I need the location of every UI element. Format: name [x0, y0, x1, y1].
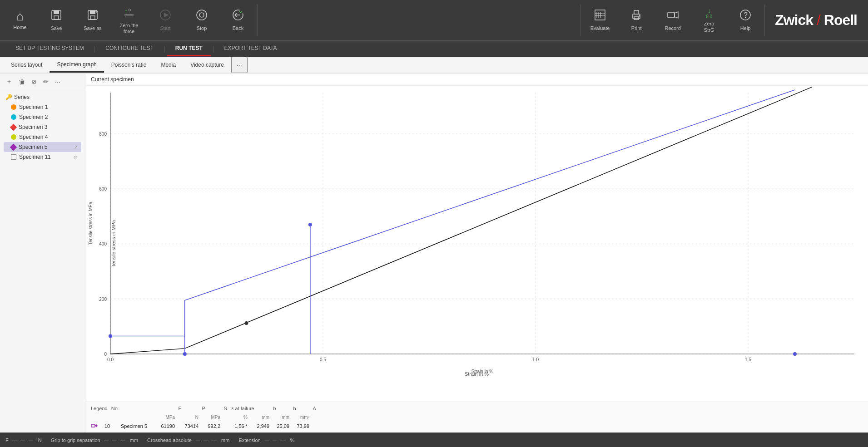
- sidebar-item-specimen-5[interactable]: Specimen 5 ↗: [4, 142, 81, 152]
- svg-text:0: 0: [129, 8, 131, 12]
- col-p: P: [184, 405, 207, 412]
- zero-strg-icon: ↓ 0.0: [706, 7, 712, 19]
- svg-rect-27: [668, 12, 675, 18]
- tab-export[interactable]: EXPORT TEST DATA: [216, 41, 285, 56]
- chart-svg: 0.00.51.01.50200400600800Tensile stress …: [85, 86, 868, 377]
- col-a: A: [298, 405, 318, 412]
- toolbar: ⌂ Home Save + Save as ↑ 0 ↕ Zero the for…: [0, 0, 868, 41]
- sidebar: ＋ 🗑 ⊘ ✏ ··· 🔑 Series Specimen 1 Specimen…: [0, 74, 85, 432]
- table-row-0[interactable]: 10 Specimen 5 61190 73414 992,2 1,56 * 2…: [89, 422, 864, 431]
- zero-strg-button[interactable]: ↓ 0.0 Zero StrG: [691, 1, 727, 39]
- evaluate-icon: [594, 9, 606, 24]
- key-icon: 🔑: [5, 94, 12, 100]
- sidebar-item-specimen-11[interactable]: Specimen 11 ◎: [4, 152, 81, 162]
- status-extension: Extension — — — %: [238, 437, 294, 443]
- specimen-5-color: [10, 143, 17, 151]
- svg-point-56: [245, 321, 248, 325]
- svg-rect-17: [595, 10, 605, 20]
- edit-button[interactable]: ✏: [41, 77, 51, 87]
- svg-text:?: ?: [744, 11, 748, 19]
- save-as-button[interactable]: + Save as: [74, 1, 111, 39]
- sidebar-item-specimen-2[interactable]: Specimen 2: [4, 112, 81, 122]
- back-button[interactable]: Back: [220, 1, 256, 39]
- content-area: ＋ 🗑 ⊘ ✏ ··· 🔑 Series Specimen 1 Specimen…: [0, 74, 868, 432]
- sidebar-item-specimen-3[interactable]: Specimen 3: [4, 122, 81, 132]
- sidebar-more-button[interactable]: ···: [53, 77, 63, 87]
- sidebar-item-specimen-4[interactable]: Specimen 4: [4, 132, 81, 142]
- svg-rect-1: [54, 10, 59, 14]
- svg-text:1.5: 1.5: [745, 357, 751, 362]
- sidebar-group-label[interactable]: 🔑 Series: [4, 92, 81, 102]
- svg-marker-28: [675, 12, 678, 18]
- svg-text:+: +: [95, 9, 98, 14]
- tab-media[interactable]: Media: [154, 58, 183, 72]
- add-button[interactable]: ＋: [4, 76, 15, 87]
- tab-poissons[interactable]: Poisson's ratio: [104, 58, 154, 72]
- stop-icon: [195, 9, 208, 24]
- tab-specimen-graph[interactable]: Specimen graph: [50, 58, 104, 73]
- print-icon: [630, 9, 643, 24]
- graph-header: Current specimen: [85, 74, 868, 86]
- svg-text:↕: ↕: [125, 15, 127, 19]
- specimen-4-color: [11, 134, 16, 140]
- evaluate-button[interactable]: Evaluate: [582, 1, 618, 39]
- start-icon: [159, 9, 172, 24]
- col-h: h: [256, 405, 278, 412]
- col-s: S: [207, 405, 229, 412]
- col-name: [126, 405, 160, 412]
- tab-series-layout[interactable]: Series layout: [4, 58, 50, 72]
- table-header: Legend No. E P S ε at failure h b A: [89, 404, 864, 413]
- main-content: Current specimen 0.00.51.01.502004006008…: [85, 74, 868, 432]
- print-button[interactable]: Print: [618, 1, 655, 39]
- svg-point-26: [639, 15, 640, 17]
- nav-sep-3: |: [211, 45, 216, 53]
- svg-text:1.0: 1.0: [532, 357, 539, 362]
- home-button[interactable]: ⌂ Home: [2, 1, 38, 39]
- svg-point-51: [109, 334, 112, 338]
- panel-tabs: Series layout Specimen graph Poisson's r…: [0, 57, 868, 74]
- svg-text:800: 800: [99, 132, 107, 137]
- table-units: MPa N MPa % mm mm mm²: [89, 413, 864, 422]
- svg-rect-2: [54, 16, 59, 20]
- svg-text:0: 0: [104, 352, 107, 357]
- col-no: No.: [109, 405, 126, 412]
- tab-more[interactable]: ···: [231, 57, 248, 73]
- nav-sep-2: |: [162, 45, 167, 53]
- svg-marker-61: [95, 424, 98, 427]
- specimen-11-color: [11, 154, 16, 160]
- tab-configure[interactable]: CONFIGURE TEST: [97, 41, 162, 56]
- stop-button[interactable]: Stop: [184, 1, 220, 39]
- col-legend: Legend: [89, 405, 109, 412]
- toolbar-sep-1: [257, 5, 258, 36]
- svg-rect-25: [634, 17, 639, 20]
- svg-marker-12: [164, 13, 169, 17]
- graph-container[interactable]: 0.00.51.01.50200400600800Tensile stress …: [85, 86, 868, 402]
- sidebar-toolbar: ＋ 🗑 ⊘ ✏ ···: [0, 74, 85, 90]
- svg-rect-24: [634, 10, 639, 14]
- home-icon: ⌂: [16, 10, 24, 23]
- tab-video-capture[interactable]: Video capture: [183, 58, 231, 72]
- help-icon: ?: [739, 9, 752, 24]
- status-grip: Grip to grip separation — — — mm: [51, 437, 138, 443]
- save-as-icon: +: [86, 9, 99, 24]
- specimen-1-color: [11, 104, 16, 110]
- start-button[interactable]: Start: [147, 1, 184, 39]
- record-button[interactable]: Record: [655, 1, 691, 39]
- data-table: Legend No. E P S ε at failure h b A MPa …: [85, 402, 868, 432]
- specimen-11-icon: ◎: [74, 155, 78, 160]
- svg-text:200: 200: [99, 297, 107, 302]
- status-force: F — — — N: [5, 437, 42, 443]
- zero-force-button[interactable]: ↑ 0 ↕ Zero the force: [111, 1, 147, 39]
- y-axis-label: Tensile stress in MPa: [111, 216, 116, 271]
- tab-run[interactable]: RUN TEST: [167, 41, 211, 56]
- save-icon: [50, 9, 63, 24]
- save-button[interactable]: Save: [38, 1, 74, 39]
- sidebar-group-series: 🔑 Series Specimen 1 Specimen 2 Specimen …: [0, 90, 85, 164]
- x-axis-label: Strain in %: [465, 371, 489, 377]
- delete-button[interactable]: 🗑: [16, 77, 27, 87]
- tab-setup[interactable]: SET UP TESTING SYSTEM: [7, 41, 92, 56]
- disable-button[interactable]: ⊘: [29, 77, 39, 87]
- sidebar-item-specimen-1[interactable]: Specimen 1: [4, 102, 81, 112]
- help-button[interactable]: ? Help: [727, 1, 764, 39]
- svg-rect-5: [90, 16, 95, 20]
